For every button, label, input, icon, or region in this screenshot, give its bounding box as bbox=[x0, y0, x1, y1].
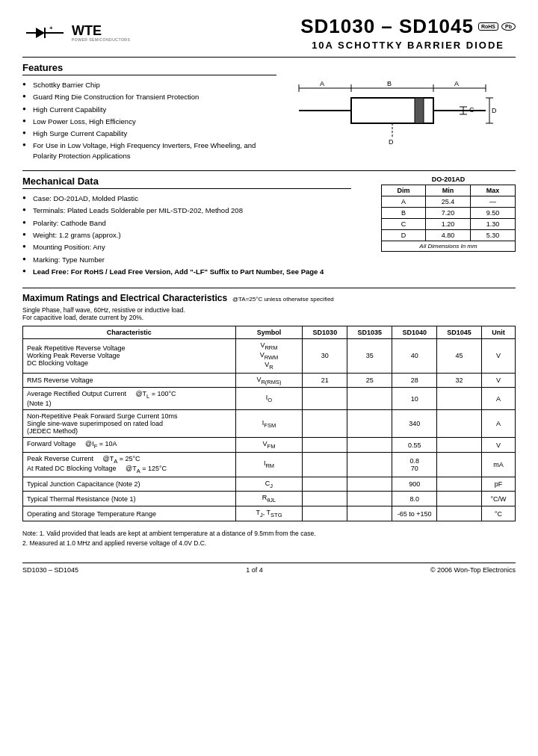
val-sd1040: 340 bbox=[392, 410, 437, 438]
table-row: Forward Voltage @IF = 10A VFM 0.55 V bbox=[23, 438, 516, 453]
max-col-header: Max bbox=[470, 185, 515, 196]
table-row: Non-Repetitive Peak Forward Surge Curren… bbox=[23, 410, 516, 438]
sym-cell: IO bbox=[235, 388, 303, 410]
unit-cell: pF bbox=[482, 477, 516, 492]
unit-cell: V bbox=[482, 339, 516, 373]
table-row: Operating and Storage Temperature Range … bbox=[23, 506, 516, 521]
val-sd1040: -65 to +150 bbox=[392, 506, 437, 521]
dim-col-header: Dim bbox=[382, 185, 426, 196]
char-cell: Peak Reverse Current @TA = 25°CAt Rated … bbox=[23, 452, 236, 477]
svg-text:A: A bbox=[320, 80, 324, 87]
company-subtitle: POWER SEMICONDUCTORS bbox=[72, 37, 130, 42]
unit-cell: A bbox=[482, 410, 516, 438]
ratings-note1: Single Phase, half wave, 60Hz, resistive… bbox=[22, 306, 516, 314]
page-header: + WTE POWER SEMICONDUCTORS SD1030 – SD10… bbox=[22, 15, 516, 51]
ratings-title: Maximum Ratings and Electrical Character… bbox=[22, 293, 227, 303]
val-sd1035 bbox=[347, 477, 392, 492]
ratings-table: Characteristic Symbol SD1030 SD1035 SD10… bbox=[22, 326, 516, 521]
val-sd1030 bbox=[303, 410, 347, 438]
val-sd1035 bbox=[347, 492, 392, 506]
val-sd1030 bbox=[303, 452, 347, 477]
part-number: SD1030 – SD1045 bbox=[300, 15, 474, 38]
footer-notes: Note: 1. Valid provided that leads are k… bbox=[22, 529, 516, 548]
mechanical-list: Case: DO-201AD, Molded Plastic Terminals… bbox=[22, 193, 351, 276]
mech-item: Polarity: Cathode Band bbox=[22, 218, 351, 228]
val-sd1035 bbox=[347, 410, 392, 438]
unit-cell: V bbox=[482, 373, 516, 388]
val-sd1045 bbox=[437, 477, 482, 492]
diagram-col: A B A D C D bbox=[291, 62, 516, 163]
table-row: Average Rectified Output Current @TL = 1… bbox=[23, 388, 516, 410]
logo-diode-icon: + bbox=[22, 22, 67, 44]
features-title: Features bbox=[22, 62, 276, 75]
page-footer: SD1030 – SD1045 1 of 4 © 2006 Won-Top El… bbox=[22, 563, 516, 574]
val-sd1035: 35 bbox=[347, 339, 392, 373]
footer-note-1: Note: 1. Valid provided that leads are k… bbox=[22, 529, 516, 539]
mech-item: Weight: 1.2 grams (approx.) bbox=[22, 230, 351, 240]
rohs-badge: RoHS bbox=[478, 22, 498, 31]
footer-left: SD1030 – SD1045 bbox=[22, 566, 78, 574]
table-row: Peak Reverse Current @TA = 25°CAt Rated … bbox=[23, 452, 516, 477]
part-number-area: SD1030 – SD1045 RoHS Pb 10A SCHOTTKY BAR… bbox=[300, 15, 516, 51]
dim-table-footer-row: All Dimensions In mm bbox=[382, 241, 516, 252]
val-sd1045 bbox=[437, 452, 482, 477]
company-name: WTE bbox=[72, 24, 130, 37]
mech-item: Mounting Position: Any bbox=[22, 242, 351, 252]
dim-row-c: C 1.20 1.30 bbox=[382, 219, 516, 230]
val-sd1035: 25 bbox=[347, 373, 392, 388]
val-sd1045 bbox=[437, 410, 482, 438]
val-sd1030 bbox=[303, 492, 347, 506]
col-header-symbol: Symbol bbox=[235, 326, 303, 339]
val-sd1040: 10 bbox=[392, 388, 437, 410]
val-sd1035 bbox=[347, 438, 392, 453]
sym-cell: VRRMVRWMVR bbox=[235, 339, 303, 373]
feature-item: For Use in Low Voltage, High Frequency I… bbox=[22, 140, 276, 161]
mech-item: Case: DO-201AD, Molded Plastic bbox=[22, 193, 351, 203]
col-header-sd1030: SD1030 bbox=[303, 326, 347, 339]
table-row: Peak Repetitive Reverse VoltageWorking P… bbox=[23, 339, 516, 373]
svg-text:A: A bbox=[454, 80, 459, 87]
char-cell: RMS Reverse Voltage bbox=[23, 373, 236, 388]
val-sd1030 bbox=[303, 388, 347, 410]
val-sd1040: 8.0 bbox=[392, 492, 437, 506]
col-header-sd1040: SD1040 bbox=[392, 326, 437, 339]
char-cell: Typical Thermal Resistance (Note 1) bbox=[23, 492, 236, 506]
mech-item: Terminals: Plated Leads Solderable per M… bbox=[22, 205, 351, 215]
compliance-icons: RoHS Pb bbox=[478, 22, 516, 31]
feature-item: Guard Ring Die Construction for Transien… bbox=[22, 92, 276, 102]
svg-text:C: C bbox=[469, 106, 474, 114]
col-header-sd1035: SD1035 bbox=[347, 326, 392, 339]
mechanical-title: Mechanical Data bbox=[22, 176, 351, 189]
footer-right: © 2006 Won-Top Electronics bbox=[430, 566, 516, 574]
val-sd1035 bbox=[347, 506, 392, 521]
svg-text:D: D bbox=[492, 107, 497, 114]
svg-marker-1 bbox=[36, 28, 45, 38]
part-number-line: SD1030 – SD1045 RoHS Pb bbox=[300, 15, 516, 38]
sym-cell: IFSM bbox=[235, 410, 303, 438]
feature-item: Low Power Loss, High Efficiency bbox=[22, 117, 276, 126]
svg-text:B: B bbox=[387, 80, 392, 87]
footer-note-2: 2. Measured at 1.0 MHz and applied rever… bbox=[22, 539, 516, 548]
val-sd1045 bbox=[437, 506, 482, 521]
val-sd1045 bbox=[437, 492, 482, 506]
unit-cell: mA bbox=[482, 452, 516, 477]
sym-cell: RθJL bbox=[235, 492, 303, 506]
sym-cell: CJ bbox=[235, 477, 303, 492]
dimension-table: DO-201AD Dim Min Max A 25.4 — B 7.20 9.5… bbox=[381, 176, 516, 252]
char-cell: Forward Voltage @IF = 10A bbox=[23, 438, 236, 453]
dimension-col: DO-201AD Dim Min Max A 25.4 — B 7.20 9.5… bbox=[366, 176, 516, 279]
features-section: Features Schottky Barrier Chip Guard Rin… bbox=[22, 62, 516, 163]
val-sd1045: 45 bbox=[437, 339, 482, 373]
feature-item: High Current Capability bbox=[22, 105, 276, 114]
min-col-header: Min bbox=[425, 185, 470, 196]
table-row: Typical Thermal Resistance (Note 1) RθJL… bbox=[23, 492, 516, 506]
logo-area: + WTE POWER SEMICONDUCTORS bbox=[22, 22, 130, 44]
svg-text:+: + bbox=[49, 25, 53, 31]
val-sd1035 bbox=[347, 388, 392, 410]
val-sd1030 bbox=[303, 506, 347, 521]
dim-row-b: B 7.20 9.50 bbox=[382, 208, 516, 219]
mechanical-divider bbox=[22, 170, 516, 171]
val-sd1040: 900 bbox=[392, 477, 437, 492]
ratings-divider bbox=[22, 288, 516, 288]
sym-cell: VR(RMS) bbox=[235, 373, 303, 388]
